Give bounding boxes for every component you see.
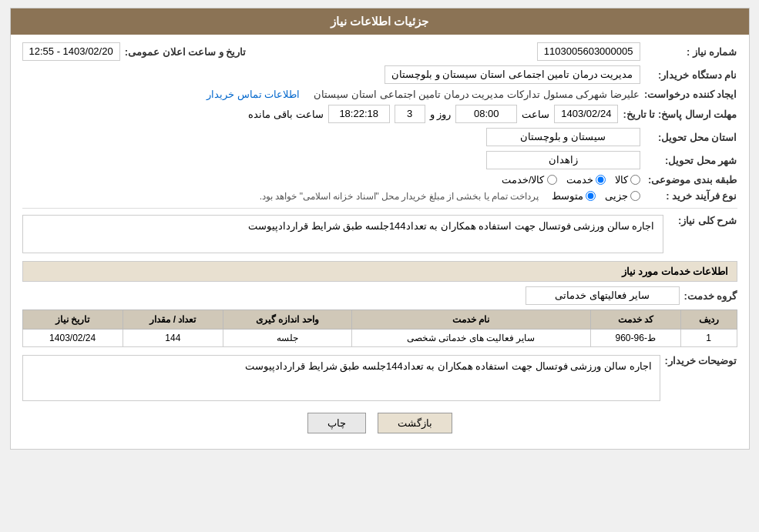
deadline-time-value: 08:00: [455, 105, 517, 123]
description-value: اجاره سالن ورزشی فوتسال جهت استفاده همکا…: [22, 215, 663, 253]
page-title: جزئیات اطلاعات نیاز: [331, 15, 428, 28]
creator-label: ایجاد کننده درخواست:: [644, 89, 737, 100]
cell-service-name: سایر فعالیت های خدماتی شخصی: [351, 330, 590, 347]
need-number-label: شماره نیاز :: [645, 46, 737, 58]
cell-unit: جلسه: [223, 330, 351, 347]
process-label-jozi: جزیی: [605, 190, 628, 202]
category-option-khedmat: خدمت: [566, 174, 606, 186]
category-option-kala: کالا: [615, 174, 640, 186]
col-service-code: کد خدمت: [590, 310, 680, 330]
service-group-value: سایر فعالیتهای خدماتی: [526, 286, 680, 305]
category-label-kala: کالا: [615, 174, 628, 186]
deadline-time-label: ساعت: [522, 109, 549, 120]
process-radio-group: جزیی متوسط: [552, 190, 640, 202]
page-wrapper: جزئیات اطلاعات نیاز شماره نیاز : 1103005…: [10, 8, 750, 450]
cell-service-code: ط-96-960: [590, 330, 680, 347]
deadline-label: مهلت ارسال پاسخ: تا تاریخ:: [623, 109, 737, 120]
delivery-province-row: استان محل تحویل: سیستان و بلوچستان: [22, 128, 737, 146]
creator-row: ایجاد کننده درخواست: علیرضا شهرکی مسئول …: [22, 89, 737, 100]
service-group-row: گروه خدمت: سایر فعالیتهای خدماتی: [22, 286, 737, 305]
col-unit: واحد اندازه گیری: [223, 310, 351, 330]
deadline-date-value: 1403/02/24: [554, 105, 618, 123]
category-radio-kala[interactable]: [630, 175, 640, 185]
divider1: [22, 208, 737, 209]
buyer-desc-value: اجاره سالن ورزشی فوتسال جهت استفاده همکا…: [22, 355, 660, 401]
buyer-org-value: مدیریت درمان تامین اجتماعی استان سیستان …: [385, 65, 640, 84]
delivery-city-row: شهر محل تحویل: زاهدان: [22, 151, 737, 169]
table-header-row: ردیف کد خدمت نام خدمت واحد اندازه گیری ت…: [22, 310, 737, 330]
buyer-desc-label: توضیحات خریدار:: [665, 355, 737, 366]
back-button[interactable]: بازگشت: [378, 413, 452, 433]
need-number-row: شماره نیاز : 1103005603000005 تاریخ و سا…: [22, 42, 737, 61]
deadline-row: مهلت ارسال پاسخ: تا تاریخ: 1403/02/24 سا…: [22, 105, 737, 123]
announce-datetime-value: 1403/02/20 - 12:55: [22, 42, 120, 61]
process-option-jozi: جزیی: [605, 190, 640, 202]
deadline-remaining-value: 18:22:18: [328, 105, 390, 123]
category-radio-kala-khedmat[interactable]: [547, 175, 557, 185]
process-note: پرداخت تمام یا بخشی از مبلغ خریدار محل "…: [260, 191, 539, 202]
col-service-name: نام خدمت: [351, 310, 590, 330]
cell-row-num: 1: [680, 330, 737, 347]
category-label-khedmat: خدمت: [566, 174, 593, 186]
process-radio-motavasset[interactable]: [586, 191, 596, 201]
announce-datetime-label: تاریخ و ساعت اعلان عمومی:: [125, 46, 247, 58]
description-row: شرح کلی نیاز: اجاره سالن ورزشی فوتسال جه…: [22, 215, 737, 253]
description-label: شرح کلی نیاز:: [668, 215, 737, 226]
buyer-desc-row: توضیحات خریدار: اجاره سالن ورزشی فوتسال …: [22, 355, 737, 401]
process-row: نوع فرآیند خرید : جزیی متوسط پرداخت تمام…: [22, 190, 737, 202]
category-row: طبقه بندی موضوعی: کالا خدمت کالا/خدمت: [22, 174, 737, 186]
col-date: تاریخ نیاز: [22, 310, 123, 330]
print-button[interactable]: چاپ: [307, 413, 366, 433]
process-radio-jozi[interactable]: [630, 191, 640, 201]
services-table: ردیف کد خدمت نام خدمت واحد اندازه گیری ت…: [22, 309, 737, 347]
category-label-kala-khedmat: کالا/خدمت: [502, 174, 545, 186]
deadline-days-value: 3: [395, 105, 425, 123]
process-label: نوع فرآیند خرید :: [645, 190, 737, 202]
delivery-city-label: شهر محل تحویل:: [645, 155, 737, 166]
col-quantity: تعداد / مقدار: [123, 310, 223, 330]
process-label-motavasset: متوسط: [552, 190, 583, 202]
category-label: طبقه بندی موضوعی:: [645, 174, 737, 186]
deadline-day-label: روز و: [430, 109, 452, 120]
buyer-org-row: نام دستگاه خریدار: مدیریت درمان تامین اج…: [22, 65, 737, 84]
process-option-motavasset: متوسط: [552, 190, 596, 202]
page-header: جزئیات اطلاعات نیاز: [11, 8, 749, 35]
delivery-province-label: استان محل تحویل:: [645, 132, 737, 143]
cell-quantity: 144: [123, 330, 223, 347]
content: شماره نیاز : 1103005603000005 تاریخ و سا…: [11, 35, 749, 449]
contact-info-link[interactable]: اطلاعات تماس خریدار: [207, 89, 300, 100]
table-row: 1 ط-96-960 سایر فعالیت های خدماتی شخصی ج…: [22, 330, 737, 347]
col-row-num: ردیف: [680, 310, 737, 330]
need-number-value: 1103005603000005: [537, 42, 640, 61]
buyer-org-label: نام دستگاه خریدار:: [645, 69, 737, 81]
category-option-kala-khedmat: کالا/خدمت: [502, 174, 557, 186]
category-radio-group: کالا خدمت کالا/خدمت: [502, 174, 640, 186]
category-radio-khedmat[interactable]: [596, 175, 606, 185]
creator-value: علیرضا شهرکی مسئول تدارکات مدیریت درمان …: [314, 89, 640, 100]
delivery-province-value: سیستان و بلوچستان: [486, 128, 640, 146]
delivery-city-value: زاهدان: [486, 151, 640, 169]
service-group-label: گروه خدمت:: [684, 290, 737, 302]
services-section-header: اطلاعات خدمات مورد نیاز: [22, 261, 737, 282]
cell-date: 1403/02/24: [22, 330, 123, 347]
button-row: بازگشت چاپ: [22, 413, 737, 433]
deadline-remaining-label: ساعت باقی مانده: [248, 109, 323, 120]
